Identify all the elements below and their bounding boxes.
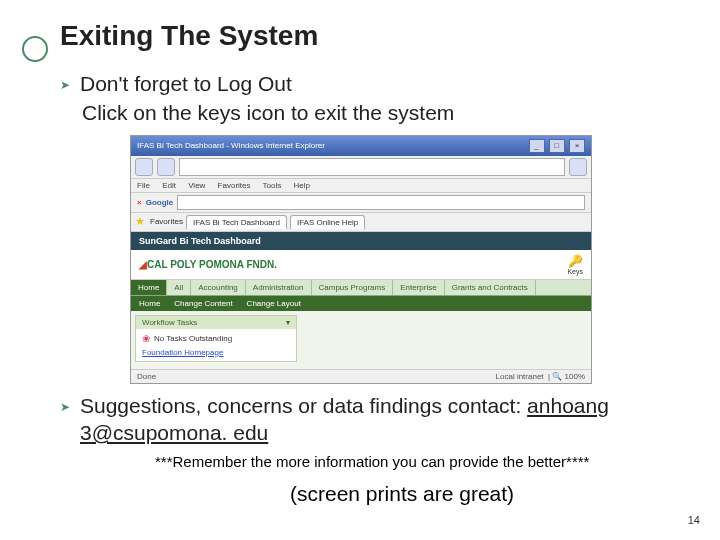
keys-area: 🔑 Keys (567, 254, 583, 275)
menu-bar: File Edit View Favorites Tools Help (131, 179, 591, 193)
status-bar: Done Local intranet | 🔍 100% (131, 369, 591, 383)
google-x-icon: × (137, 198, 142, 207)
workflow-panel-header: Workflow Tasks ▾ (136, 316, 296, 329)
bullet-1-text: Don't forget to Log Out (80, 70, 292, 97)
tab-all[interactable]: All (167, 280, 191, 295)
tab-dashboard[interactable]: IFAS Bi Tech Dashboard (186, 215, 287, 229)
bullet-2-prefix: Suggestions, concerns or data findings c… (80, 394, 527, 417)
subtab-change-layout[interactable]: Change Layout (247, 299, 301, 308)
minimize-button[interactable]: _ (529, 139, 545, 153)
keys-label: Keys (567, 268, 583, 275)
org-logo-text: ◢CAL POLY POMONA FNDN. (139, 259, 277, 270)
decorative-circle (22, 36, 48, 62)
keys-icon[interactable]: 🔑 (568, 254, 583, 268)
bullet-arrow-icon: ➤ (60, 400, 70, 414)
tab-campus-programs[interactable]: Campus Programs (312, 280, 394, 295)
status-right: Local intranet | 🔍 100% (496, 372, 585, 381)
menu-tools[interactable]: Tools (263, 181, 282, 190)
tab-administration[interactable]: Administration (246, 280, 312, 295)
back-button[interactable] (135, 158, 153, 176)
page-number: 14 (688, 514, 700, 526)
slide-title: Exiting The System (60, 20, 680, 52)
address-row (131, 156, 591, 179)
reminder-text: ***Remember the more information you can… (155, 452, 665, 472)
status-zone: Local intranet (496, 372, 544, 381)
tab-enterprise[interactable]: Enterprise (393, 280, 444, 295)
bullet-1: ➤ Don't forget to Log Out (60, 70, 680, 97)
tab-help[interactable]: IFAS Online Help (290, 215, 365, 229)
window-buttons: _ □ × (527, 139, 585, 153)
menu-file[interactable]: File (137, 181, 150, 190)
window-title: IFAS Bi Tech Dashboard - Windows Interne… (137, 141, 325, 150)
google-label: Google (146, 198, 174, 207)
refresh-button[interactable] (569, 158, 587, 176)
favorites-star-icon[interactable]: ★ (135, 215, 147, 227)
tab-accounting[interactable]: Accounting (191, 280, 246, 295)
bullet-2-text: Suggestions, concerns or data findings c… (80, 392, 680, 447)
bullet-arrow-icon: ➤ (60, 78, 70, 92)
logo-row: ◢CAL POLY POMONA FNDN. 🔑 Keys (131, 250, 591, 280)
embedded-screenshot: IFAS Bi Tech Dashboard - Windows Interne… (130, 135, 592, 384)
menu-help[interactable]: Help (294, 181, 310, 190)
screenprints-text: (screen prints are great) (290, 482, 680, 506)
tab-row: ★ Favorites IFAS Bi Tech Dashboard IFAS … (131, 213, 591, 232)
forward-button[interactable] (157, 158, 175, 176)
sub-nav-tabs: Home Change Content Change Layout (131, 296, 591, 311)
google-toolbar: × Google (131, 193, 591, 213)
no-tasks-text: No Tasks Outstanding (154, 334, 232, 343)
main-nav-tabs: Home All Accounting Administration Campu… (131, 280, 591, 296)
status-zoom: 100% (565, 372, 585, 381)
status-done: Done (137, 372, 156, 381)
menu-view[interactable]: View (188, 181, 205, 190)
tab-home[interactable]: Home (131, 280, 167, 295)
bullet-1-subtext: Click on the keys icon to exit the syste… (82, 99, 680, 126)
window-titlebar: IFAS Bi Tech Dashboard - Windows Interne… (131, 136, 591, 156)
bullet-2: ➤ Suggestions, concerns or data findings… (60, 392, 680, 447)
panel-collapse-icon[interactable]: ▾ (286, 318, 290, 327)
workflow-panel-body: ❀ No Tasks Outstanding Foundation Homepa… (136, 329, 296, 361)
workflow-panel: Workflow Tasks ▾ ❀ No Tasks Outstanding … (135, 315, 297, 362)
close-button[interactable]: × (569, 139, 585, 153)
subtab-change-content[interactable]: Change Content (174, 299, 232, 308)
slide: Exiting The System ➤ Don't forget to Log… (0, 0, 720, 506)
menu-edit[interactable]: Edit (162, 181, 176, 190)
app-header-bar: SunGard Bi Tech Dashboard (131, 232, 591, 250)
workflow-panel-title: Workflow Tasks (142, 318, 197, 327)
tab-grants[interactable]: Grants and Contracts (445, 280, 536, 295)
address-bar[interactable] (179, 158, 565, 176)
subtab-home[interactable]: Home (139, 299, 160, 308)
maximize-button[interactable]: □ (549, 139, 565, 153)
favorites-label[interactable]: Favorites (150, 217, 183, 229)
dashboard-content: Workflow Tasks ▾ ❀ No Tasks Outstanding … (131, 311, 591, 369)
foundation-homepage-link[interactable]: Foundation Homepage (142, 348, 223, 357)
flower-icon: ❀ (142, 333, 150, 344)
google-search-input[interactable] (177, 195, 585, 210)
menu-favorites[interactable]: Favorites (218, 181, 251, 190)
